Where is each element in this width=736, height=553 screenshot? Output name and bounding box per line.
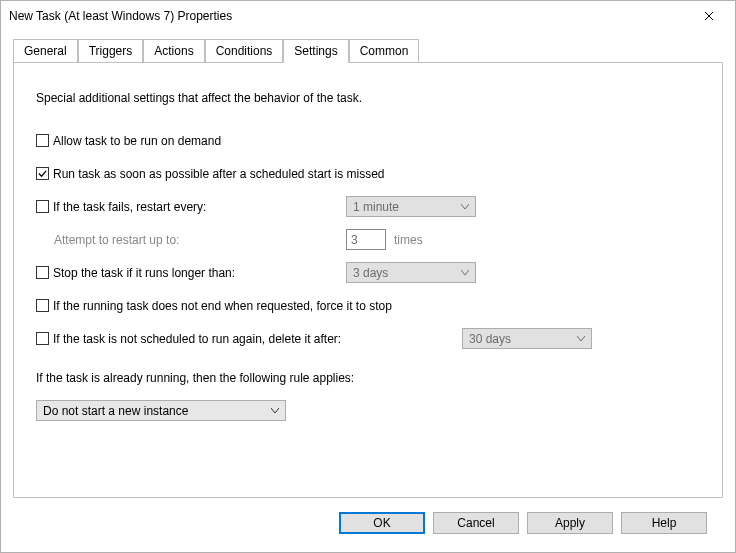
- properties-dialog: New Task (At least Windows 7) Properties…: [0, 0, 736, 553]
- restart-interval-combo[interactable]: 1 minute: [346, 196, 476, 217]
- attempt-count-input[interactable]: 3: [346, 229, 386, 250]
- delete-after-label: If the task is not scheduled to run agai…: [53, 332, 341, 346]
- cancel-button[interactable]: Cancel: [433, 512, 519, 534]
- ok-button[interactable]: OK: [339, 512, 425, 534]
- tab-strip: General Triggers Actions Conditions Sett…: [13, 39, 723, 63]
- chevron-down-icon: [269, 408, 281, 414]
- stop-duration-combo[interactable]: 3 days: [346, 262, 476, 283]
- chevron-down-icon: [459, 270, 471, 276]
- run-asap-checkbox[interactable]: [36, 167, 49, 180]
- delete-duration-combo[interactable]: 30 days: [462, 328, 592, 349]
- attempt-count-value: 3: [351, 233, 358, 247]
- titlebar: New Task (At least Windows 7) Properties: [1, 1, 735, 31]
- stop-if-longer-checkbox[interactable]: [36, 266, 49, 279]
- allow-on-demand-label: Allow task to be run on demand: [53, 134, 221, 148]
- rule-label: If the task is already running, then the…: [36, 371, 354, 385]
- dialog-buttons: OK Cancel Apply Help: [13, 498, 723, 552]
- attempt-label: Attempt to restart up to:: [54, 233, 179, 247]
- help-button[interactable]: Help: [621, 512, 707, 534]
- close-button[interactable]: [693, 5, 725, 27]
- close-icon: [704, 11, 714, 21]
- tab-actions[interactable]: Actions: [143, 39, 204, 63]
- tab-common[interactable]: Common: [349, 39, 420, 63]
- rule-value: Do not start a new instance: [43, 404, 188, 418]
- delete-after-checkbox[interactable]: [36, 332, 49, 345]
- apply-button[interactable]: Apply: [527, 512, 613, 534]
- window-title: New Task (At least Windows 7) Properties: [9, 9, 232, 23]
- panel-description: Special additional settings that affect …: [36, 87, 700, 108]
- restart-if-fails-label: If the task fails, restart every:: [53, 200, 206, 214]
- force-stop-checkbox[interactable]: [36, 299, 49, 312]
- restart-interval-value: 1 minute: [353, 200, 399, 214]
- tab-conditions[interactable]: Conditions: [205, 39, 284, 63]
- force-stop-label: If the running task does not end when re…: [53, 299, 392, 313]
- delete-duration-value: 30 days: [469, 332, 511, 346]
- tab-settings[interactable]: Settings: [283, 39, 348, 63]
- allow-on-demand-checkbox[interactable]: [36, 134, 49, 147]
- content-area: General Triggers Actions Conditions Sett…: [1, 31, 735, 552]
- chevron-down-icon: [575, 336, 587, 342]
- chevron-down-icon: [459, 204, 471, 210]
- restart-if-fails-checkbox[interactable]: [36, 200, 49, 213]
- attempt-times-label: times: [394, 233, 423, 247]
- tab-triggers[interactable]: Triggers: [78, 39, 144, 63]
- run-asap-label: Run task as soon as possible after a sch…: [53, 167, 385, 181]
- stop-if-longer-label: Stop the task if it runs longer than:: [53, 266, 235, 280]
- tab-general[interactable]: General: [13, 39, 78, 63]
- rule-combo[interactable]: Do not start a new instance: [36, 400, 286, 421]
- stop-duration-value: 3 days: [353, 266, 388, 280]
- settings-panel: Special additional settings that affect …: [13, 62, 723, 498]
